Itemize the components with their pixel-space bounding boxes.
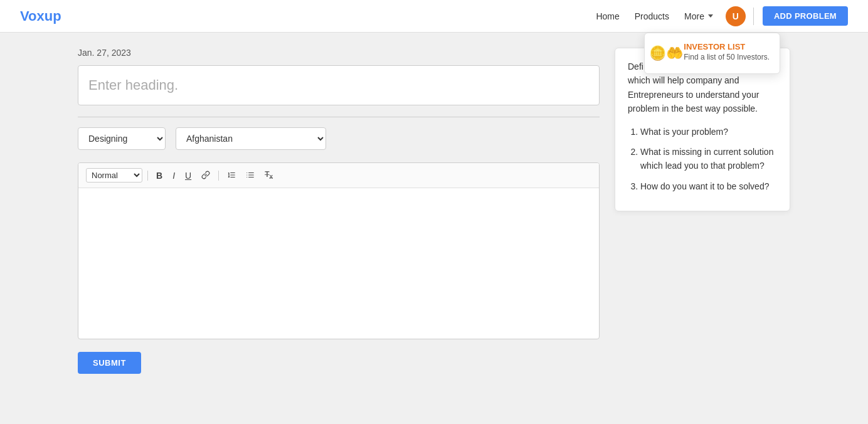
editor-container: Normal Heading 1 Heading 2 Heading 3 B I… (78, 162, 600, 339)
form-section: Jan. 27, 2023 Designing Technology Busin… (78, 48, 600, 374)
toolbar-sep-1 (147, 171, 148, 181)
bold-button[interactable]: B (153, 170, 166, 181)
coin-icon: 🪙 (649, 45, 666, 61)
info-step-3: How do you want it to be solved? (640, 179, 777, 193)
add-problem-button[interactable]: ADD PROBLEM (763, 6, 848, 26)
italic-button[interactable]: I (169, 170, 178, 181)
date-label: Jan. 27, 2023 (78, 48, 600, 58)
editor-toolbar: Normal Heading 1 Heading 2 Heading 3 B I… (78, 163, 599, 188)
info-panel: Defining problem consists of 3 steps whi… (615, 48, 790, 374)
heading-input[interactable] (78, 65, 600, 105)
link-button[interactable] (198, 169, 213, 182)
nav-more[interactable]: More (684, 11, 713, 21)
logo: Voxup (20, 8, 61, 24)
avatar[interactable]: U (726, 6, 746, 26)
format-select[interactable]: Normal Heading 1 Heading 2 Heading 3 (86, 168, 142, 183)
submit-button[interactable]: SUBMIT (78, 352, 141, 374)
nav-links: Home Products More (596, 11, 713, 21)
investor-icon-wrap: 🪙 🤲 (655, 42, 677, 65)
nav-divider (753, 8, 754, 25)
nav-products[interactable]: Products (635, 11, 669, 21)
unordered-list-button[interactable] (243, 169, 258, 182)
underline-button[interactable]: U (182, 170, 194, 181)
category-select[interactable]: Designing Technology Business Marketing (78, 127, 166, 150)
investor-dropdown: 🪙 🤲 INVESTOR LIST Find a list of 50 Inve… (644, 33, 780, 74)
chevron-down-icon (708, 14, 713, 18)
navbar: Voxup Home Products More U ADD PROBLEM 🪙… (0, 0, 868, 33)
dropdown-item[interactable]: 🪙 🤲 INVESTOR LIST Find a list of 50 Inve… (655, 42, 770, 65)
country-select[interactable]: Afghanistan Albania Algeria USA (176, 127, 326, 150)
main-container: Jan. 27, 2023 Designing Technology Busin… (58, 33, 810, 389)
hand-icon: 🤲 (666, 45, 683, 61)
selects-row: Designing Technology Business Marketing … (78, 127, 600, 150)
info-steps-list: What is your problem? What is missing in… (628, 125, 777, 194)
toolbar-sep-2 (218, 171, 219, 181)
info-step-2: What is missing in current solution whic… (640, 145, 777, 173)
ordered-list-button[interactable] (224, 169, 239, 182)
dropdown-text: INVESTOR LIST Find a list of 50 Investor… (684, 42, 770, 61)
editor-body[interactable] (78, 188, 599, 339)
info-step-1: What is your problem? (640, 125, 777, 139)
form-divider (78, 117, 600, 117)
clear-format-button[interactable]: Tx (262, 169, 276, 181)
nav-home[interactable]: Home (596, 11, 619, 21)
dropdown-subtitle: Find a list of 50 Investors. (684, 53, 770, 61)
dropdown-title: INVESTOR LIST (684, 42, 770, 51)
